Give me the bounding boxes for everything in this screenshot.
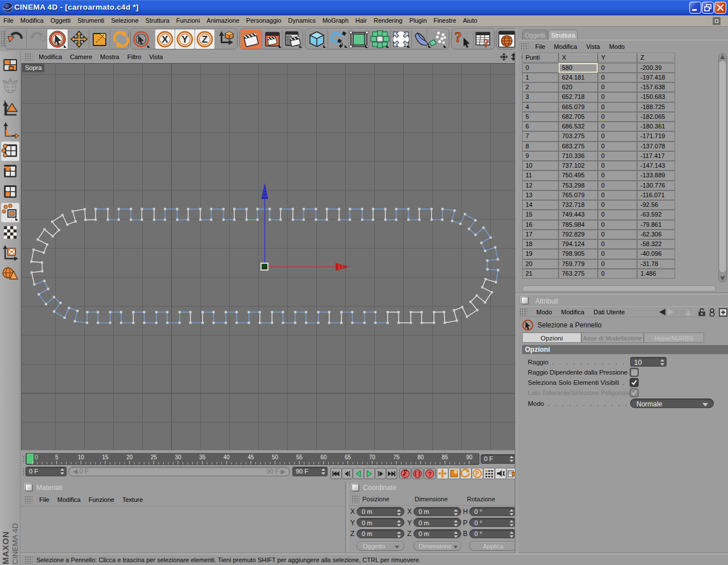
svg-text:85: 85 [442,454,449,460]
svg-text:40: 40 [224,454,230,460]
svg-text:70: 70 [369,454,376,460]
svg-text:65: 65 [345,454,351,460]
svg-text:30: 30 [175,454,181,460]
svg-text:?: ? [483,37,489,49]
svg-text:X: X [162,34,168,45]
svg-text:90: 90 [466,454,473,460]
svg-text:75: 75 [393,454,400,460]
svg-text:P: P [475,471,479,477]
svg-text:10: 10 [78,454,85,460]
svg-text:80: 80 [417,454,424,460]
svg-text:25: 25 [151,454,158,460]
svg-text:CINEMA 4D: CINEMA 4D [11,523,19,564]
svg-text:Z: Z [202,34,208,45]
svg-text:0: 0 [35,454,38,460]
svg-text:?: ? [428,471,432,477]
svg-text:50: 50 [272,454,279,460]
svg-text:15: 15 [102,454,109,460]
svg-text:5: 5 [55,454,59,460]
svg-text:MAXON: MAXON [1,531,10,564]
svg-text:Y: Y [181,34,188,45]
svg-text:45: 45 [247,454,254,460]
svg-text:60: 60 [320,454,327,460]
svg-text:?: ? [454,30,462,45]
svg-text:35: 35 [199,454,206,460]
svg-text:55: 55 [296,454,303,460]
svg-text:20: 20 [126,454,133,460]
